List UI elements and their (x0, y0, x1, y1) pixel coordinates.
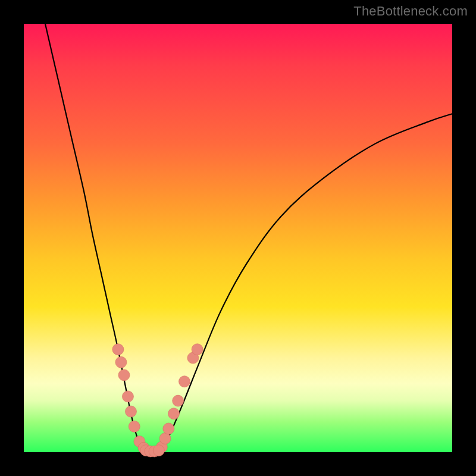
chart-frame: TheBottleneck.com (0, 0, 476, 476)
marker-layer (112, 344, 203, 457)
curve-path-group (45, 24, 452, 452)
data-marker (118, 369, 130, 381)
data-marker (179, 376, 190, 387)
data-marker (153, 445, 164, 456)
data-marker (112, 344, 124, 355)
data-marker (115, 356, 127, 368)
data-marker (173, 395, 184, 406)
data-marker (122, 391, 133, 402)
data-marker (126, 406, 137, 417)
data-marker (159, 433, 171, 444)
data-marker (192, 344, 203, 355)
right-branch-path (161, 114, 452, 450)
watermark-text: TheBottleneck.com (353, 4, 468, 19)
left-branch-path (45, 24, 144, 450)
plot-area (24, 24, 452, 452)
curve-layer (24, 24, 452, 452)
data-marker (168, 408, 180, 419)
data-marker (129, 421, 140, 432)
data-marker (163, 423, 174, 434)
